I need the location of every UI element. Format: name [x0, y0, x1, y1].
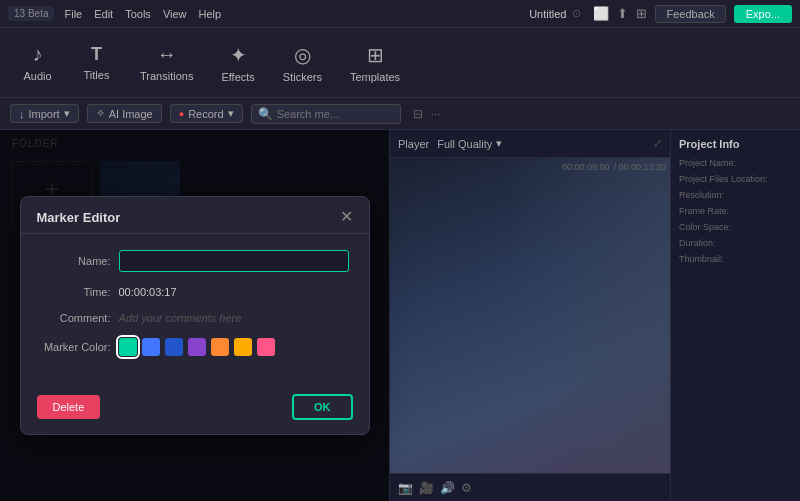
comment-placeholder[interactable]: Add your comments here: [119, 312, 242, 324]
player-toolbar: Player Full Quality ▾ ⤢: [390, 130, 670, 158]
frame-rate-label: Frame Rate:: [679, 206, 792, 216]
delete-button[interactable]: Delete: [37, 395, 101, 419]
menu-tools[interactable]: Tools: [125, 8, 151, 20]
comment-label: Comment:: [41, 312, 111, 324]
volume-icon[interactable]: 🔊: [440, 481, 455, 495]
title-center: Untitled ⊙: [529, 7, 581, 20]
record-chevron: ▾: [228, 107, 234, 120]
color-space-row: Color Space:: [679, 222, 792, 232]
color-swatch-teal[interactable]: [119, 338, 137, 356]
app-version: 13 Beta: [8, 6, 54, 21]
quality-selector[interactable]: Full Quality ▾: [437, 137, 502, 150]
player-background: [390, 158, 670, 473]
main-toolbar: ♪ Audio T Titles ↔ Transitions ✦ Effects…: [0, 28, 800, 98]
menu-edit[interactable]: Edit: [94, 8, 113, 20]
import-label: Import: [29, 108, 60, 120]
camera-icon[interactable]: 🎥: [419, 481, 434, 495]
filter-icon[interactable]: ⊟: [413, 107, 423, 121]
more-icon[interactable]: ···: [431, 107, 441, 121]
toolbar-stickers[interactable]: ◎ Stickers: [271, 37, 334, 89]
color-swatch-yellow[interactable]: [234, 338, 252, 356]
resolution-row: Resolution:: [679, 190, 792, 200]
project-name-row: Project Name:: [679, 158, 792, 168]
grid-icon: ⊞: [636, 6, 647, 21]
color-swatch-blue2[interactable]: [165, 338, 183, 356]
timestamp-left: 00:00:09:00: [562, 162, 610, 172]
left-panel: FOLDER + Import Media WhatsApp Vi... Mar…: [0, 130, 390, 501]
timestamp-display: 00:00:09:00 / 00:00:13:20: [562, 162, 666, 172]
thumbnail-row: Thumbnail:: [679, 254, 792, 264]
upload-icon: ⬆: [617, 6, 628, 21]
record-button[interactable]: ● Record ▾: [170, 104, 243, 123]
duration-label: Duration:: [679, 238, 792, 248]
name-row: Name:: [41, 250, 349, 272]
ai-image-button[interactable]: ✧ AI Image: [87, 104, 162, 123]
transitions-icon: ↔: [157, 43, 177, 66]
marker-color-label: Marker Color:: [41, 341, 111, 353]
color-swatch-blue1[interactable]: [142, 338, 160, 356]
resolution-label: Resolution:: [679, 190, 792, 200]
export-button[interactable]: Expo...: [734, 5, 792, 23]
project-title: Untitled: [529, 8, 566, 20]
titles-icon: T: [91, 44, 102, 65]
title-bar: 13 Beta File Edit Tools View Help Untitl…: [0, 0, 800, 28]
marker-editor-modal: Marker Editor ✕ Name: Time: 00:00:03:17 …: [20, 196, 370, 435]
menu-file[interactable]: File: [64, 8, 82, 20]
toolbar-titles[interactable]: T Titles: [69, 38, 124, 87]
toolbar-effects-label: Effects: [221, 71, 254, 83]
time-row: Time: 00:00:03:17: [41, 286, 349, 298]
templates-icon: ⊞: [367, 43, 384, 67]
toolbar-audio-label: Audio: [23, 70, 51, 82]
color-space-label: Color Space:: [679, 222, 792, 232]
ai-image-label: AI Image: [109, 108, 153, 120]
record-label: Record: [188, 108, 223, 120]
toolbar-titles-label: Titles: [84, 69, 110, 81]
ok-button[interactable]: OK: [292, 394, 353, 420]
title-right: ⬜ ⬆ ⊞ Feedback Expo...: [593, 5, 792, 23]
toolbar-audio[interactable]: ♪ Audio: [10, 37, 65, 88]
modal-title: Marker Editor: [37, 210, 121, 225]
menu-help[interactable]: Help: [199, 8, 222, 20]
project-files-row: Project Files Location:: [679, 174, 792, 184]
project-info-panel: Project Info Project Name: Project Files…: [670, 130, 800, 501]
name-input[interactable]: [119, 250, 349, 272]
modal-close-button[interactable]: ✕: [340, 209, 353, 225]
color-swatch-pink[interactable]: [257, 338, 275, 356]
menu-bar: File Edit Tools View Help: [64, 8, 221, 20]
color-swatch-purple[interactable]: [188, 338, 206, 356]
search-input[interactable]: [277, 108, 394, 120]
project-files-label: Project Files Location:: [679, 174, 792, 184]
import-button[interactable]: ↓ Import ▾: [10, 104, 79, 123]
color-row: Marker Color:: [41, 338, 349, 356]
title-icons: ⬜ ⬆ ⊞: [593, 6, 647, 21]
expand-icon[interactable]: ⤢: [653, 137, 662, 150]
toolbar-effects[interactable]: ✦ Effects: [209, 37, 266, 89]
ai-icon: ✧: [96, 107, 105, 120]
modal-header: Marker Editor ✕: [21, 197, 369, 234]
color-swatches: [119, 338, 275, 356]
settings-icon[interactable]: ⚙: [461, 481, 472, 495]
project-info-title: Project Info: [679, 138, 792, 150]
player-label: Player: [398, 138, 429, 150]
comment-row: Comment: Add your comments here: [41, 312, 349, 324]
thumbnail-label: Thumbnail:: [679, 254, 792, 264]
screenshot-icon[interactable]: 📷: [398, 481, 413, 495]
modal-body: Name: Time: 00:00:03:17 Comment: Add you…: [21, 234, 369, 386]
toolbar-templates[interactable]: ⊞ Templates: [338, 37, 412, 89]
toolbar-transitions[interactable]: ↔ Transitions: [128, 37, 205, 88]
toolbar-transitions-label: Transitions: [140, 70, 193, 82]
player-controls: 📷 🎥 🔊 ⚙: [390, 473, 670, 501]
import-chevron: ▾: [64, 107, 70, 120]
import-icon: ↓: [19, 108, 25, 120]
color-swatch-orange[interactable]: [211, 338, 229, 356]
player-main: 00:00:09:00 / 00:00:13:20: [390, 158, 670, 473]
toolbar-stickers-label: Stickers: [283, 71, 322, 83]
menu-view[interactable]: View: [163, 8, 187, 20]
search-box[interactable]: 🔍: [251, 104, 401, 124]
title-bar-left: 13 Beta File Edit Tools View Help: [8, 6, 517, 21]
frame-rate-row: Frame Rate:: [679, 206, 792, 216]
time-value: 00:00:03:17: [119, 286, 177, 298]
modal-footer: Delete OK: [21, 386, 369, 434]
quality-value: Full Quality: [437, 138, 492, 150]
feedback-button[interactable]: Feedback: [655, 5, 725, 23]
